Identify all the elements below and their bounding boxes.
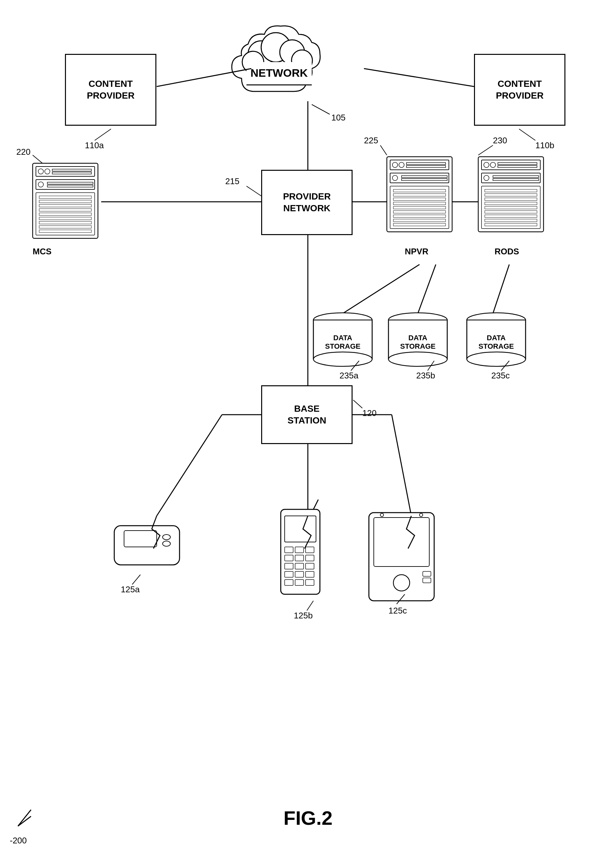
svg-line-144 <box>307 601 313 610</box>
svg-line-9 <box>364 69 474 87</box>
svg-rect-121 <box>306 571 314 577</box>
svg-rect-52 <box>390 186 449 228</box>
svg-rect-72 <box>481 186 540 228</box>
svg-point-98 <box>467 352 526 367</box>
svg-point-105 <box>163 535 170 540</box>
svg-rect-112 <box>306 547 314 553</box>
ref-125a: 125a <box>121 584 140 595</box>
svg-text:STORAGE: STORAGE <box>479 342 514 350</box>
ref-235c: 235c <box>491 371 509 381</box>
ref-110b: 110b <box>535 140 554 151</box>
ref-235b: 235b <box>416 371 435 381</box>
svg-line-133 <box>519 129 535 140</box>
svg-point-106 <box>163 541 170 546</box>
svg-rect-120 <box>295 571 303 577</box>
svg-rect-113 <box>284 555 293 561</box>
svg-rect-32 <box>36 193 95 235</box>
svg-line-21 <box>392 415 411 516</box>
ref-125c: 125c <box>388 606 407 616</box>
svg-point-44 <box>392 162 398 167</box>
mcs-label: MCS <box>33 247 52 256</box>
svg-line-8 <box>157 69 251 87</box>
svg-text:DATA: DATA <box>409 334 427 342</box>
svg-rect-130 <box>423 571 431 576</box>
svg-point-65 <box>490 162 495 167</box>
svg-rect-119 <box>284 571 293 577</box>
svg-point-129 <box>393 575 410 591</box>
svg-line-16 <box>493 264 509 313</box>
svg-rect-124 <box>306 580 314 585</box>
svg-line-135 <box>247 186 261 196</box>
svg-rect-114 <box>295 555 303 561</box>
ref-120: 120 <box>362 408 376 418</box>
content-provider-right: CONTENT PROVIDER <box>474 54 566 126</box>
svg-rect-123 <box>295 580 303 585</box>
svg-point-49 <box>392 175 398 181</box>
svg-point-24 <box>38 169 43 174</box>
npvr-label: NPVR <box>405 247 428 256</box>
svg-line-138 <box>33 155 42 163</box>
ref-110a: 110a <box>85 140 104 151</box>
ref-235a: 235a <box>339 371 358 381</box>
svg-rect-108 <box>284 516 316 542</box>
svg-point-127 <box>380 513 383 516</box>
ref-125b: 125b <box>294 610 313 621</box>
svg-point-29 <box>38 182 43 187</box>
svg-rect-118 <box>306 563 314 569</box>
svg-rect-126 <box>374 518 429 566</box>
ref-230: 230 <box>493 135 507 146</box>
svg-line-139 <box>353 400 362 408</box>
svg-text:DATA: DATA <box>487 334 506 342</box>
svg-line-109 <box>313 500 318 510</box>
ref-220: 220 <box>16 147 30 157</box>
svg-text:STORAGE: STORAGE <box>325 342 360 350</box>
figure-label: FIG.2 <box>283 807 332 829</box>
svg-line-132 <box>95 129 111 140</box>
svg-point-91 <box>388 352 447 367</box>
svg-line-14 <box>343 264 420 313</box>
svg-point-64 <box>484 162 489 167</box>
diagram-container: NETWORK <box>0 0 616 862</box>
rods-label: RODS <box>495 247 519 256</box>
svg-rect-68 <box>481 173 540 183</box>
svg-rect-28 <box>36 179 95 189</box>
base-station-box: BASESTATION <box>261 385 352 444</box>
content-provider-left: CONTENT PROVIDER <box>65 54 156 126</box>
svg-rect-48 <box>390 173 449 183</box>
svg-rect-116 <box>284 563 293 569</box>
svg-point-25 <box>45 169 50 174</box>
svg-rect-131 <box>423 578 431 583</box>
ref-225: 225 <box>364 135 378 146</box>
svg-line-137 <box>478 145 493 155</box>
svg-point-69 <box>484 175 489 181</box>
svg-line-19 <box>157 415 222 516</box>
ref-105: 105 <box>332 113 346 123</box>
svg-rect-115 <box>306 555 314 561</box>
network-cloud: NETWORK <box>232 26 320 91</box>
svg-rect-111 <box>295 547 303 553</box>
svg-rect-122 <box>284 580 293 585</box>
svg-rect-110 <box>284 547 293 553</box>
svg-point-84 <box>313 352 372 367</box>
svg-point-45 <box>399 162 404 167</box>
svg-line-134 <box>312 104 330 114</box>
svg-rect-104 <box>124 530 157 547</box>
ref-215: 215 <box>225 176 239 186</box>
svg-point-128 <box>420 513 423 516</box>
svg-line-143 <box>132 575 140 584</box>
svg-line-136 <box>380 145 387 155</box>
svg-text:STORAGE: STORAGE <box>400 342 435 350</box>
svg-text:NETWORK: NETWORK <box>250 67 308 79</box>
provider-network-box: PROVIDERNETWORK <box>261 170 352 235</box>
svg-text:DATA: DATA <box>333 334 352 342</box>
figure-number: -200 <box>10 835 27 846</box>
svg-line-15 <box>418 264 436 313</box>
svg-rect-117 <box>295 563 303 569</box>
